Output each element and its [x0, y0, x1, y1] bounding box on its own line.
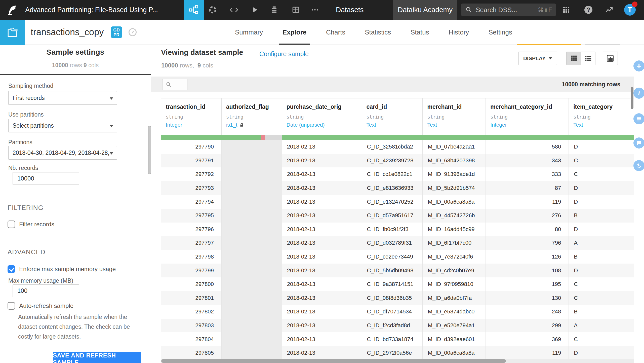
table-cell[interactable]: 119 — [486, 195, 569, 209]
table-cell[interactable]: C_ID_5b5db09498 — [362, 264, 423, 277]
max-memory-input[interactable]: 100 — [13, 284, 79, 297]
tab-settings[interactable]: Settings — [488, 20, 513, 45]
datasets-menu-item[interactable]: Datasets — [336, 0, 364, 20]
column-header-authorized_flag[interactable]: authorized_flagstringis1_t — [222, 98, 282, 135]
table-cell[interactable]: B — [569, 305, 634, 319]
table-cell[interactable]: 343 — [486, 154, 569, 168]
lab-microscope-icon[interactable] — [633, 160, 644, 171]
table-cell[interactable] — [222, 264, 282, 277]
list-view-button[interactable] — [581, 52, 595, 65]
table-cell[interactable]: C — [569, 167, 634, 181]
table-cell[interactable]: C_ID_08f8d36b35 — [362, 291, 423, 305]
table-cell[interactable]: 276 — [486, 209, 569, 223]
flow-icon-tile[interactable] — [184, 0, 204, 20]
table-cell[interactable]: 297805 — [161, 346, 222, 360]
table-cell[interactable]: C_ID_e813636933 — [362, 181, 423, 195]
tab-status[interactable]: Status — [410, 20, 430, 45]
run-play-icon[interactable] — [249, 0, 260, 20]
table-cell[interactable]: C_ID_9a38714151 — [362, 277, 423, 291]
code-icon[interactable] — [228, 0, 239, 20]
horizontal-scrollbar-handle[interactable] — [161, 359, 506, 363]
lab-icon[interactable] — [207, 0, 218, 20]
table-cell[interactable]: C_ID_bd733a1874 — [362, 332, 423, 346]
table-cell[interactable]: C_ID_4239239728 — [362, 154, 423, 168]
table-cell[interactable]: M_ID_5b2d91b574 — [423, 181, 486, 195]
auto-refresh-checkbox[interactable] — [8, 302, 15, 310]
table-cell[interactable]: C_ID_2972f0a56e — [362, 346, 423, 360]
use-partitions-select[interactable]: Select partitions — [8, 119, 117, 132]
column-header-transaction_id[interactable]: transaction_idstringInteger — [161, 98, 222, 135]
table-cell[interactable]: C_ID_df70714534 — [362, 305, 423, 319]
jobs-stack-icon[interactable] — [269, 0, 280, 20]
dataiku-academy-link[interactable]: Dataiku Academy — [393, 0, 457, 20]
tab-charts[interactable]: Charts — [325, 20, 346, 45]
table-cell[interactable]: 108 — [486, 264, 569, 277]
table-cell[interactable]: D — [569, 140, 634, 154]
table-cell[interactable]: 2018-02-13 — [282, 209, 362, 223]
table-cell[interactable]: 2018-02-13 — [282, 167, 362, 181]
tab-statistics[interactable]: Statistics — [364, 20, 392, 45]
table-cell[interactable] — [222, 167, 282, 181]
table-cell[interactable]: 87 — [486, 181, 569, 195]
gdpr-badge[interactable]: GD PR — [111, 26, 122, 38]
table-cell[interactable]: 2018-02-13 — [282, 140, 362, 154]
table-cell[interactable]: C — [569, 291, 634, 305]
dataset-folder-icon[interactable] — [0, 20, 25, 45]
table-cell[interactable]: C_ID_cc1e0822c1 — [362, 167, 423, 181]
table-cell[interactable]: 297801 — [161, 291, 222, 305]
table-cell[interactable] — [222, 291, 282, 305]
chart-view-button[interactable] — [603, 52, 618, 65]
table-cell[interactable]: 297797 — [161, 236, 222, 250]
apps-grid-icon[interactable] — [561, 0, 572, 20]
column-header-merchant_category_id[interactable]: merchant_category_idstringInteger — [486, 98, 569, 135]
table-cell[interactable]: M_ID_7e872c40f6 — [423, 250, 486, 264]
table-cell[interactable]: M_ID_07be4a2aa1 — [423, 140, 486, 154]
table-cell[interactable]: 2018-02-13 — [282, 181, 362, 195]
comments-bubble-icon[interactable] — [633, 137, 644, 149]
search-input[interactable]: Search DSS... ⌘⇧F — [461, 4, 556, 16]
table-cell[interactable]: 2018-02-13 — [282, 305, 362, 319]
table-cell[interactable]: 297790 — [161, 140, 222, 154]
table-cell[interactable]: 369 — [486, 332, 569, 346]
table-cell[interactable]: D — [569, 181, 634, 195]
table-cell[interactable]: 80 — [486, 223, 569, 236]
dashboard-icon[interactable] — [290, 0, 301, 20]
table-cell[interactable]: C_ID_d032789f31 — [362, 236, 423, 250]
table-cell[interactable]: M_ID_cd2c0b07e9 — [423, 264, 486, 277]
table-cell[interactable]: 297803 — [161, 319, 222, 333]
table-cell[interactable]: D — [569, 195, 634, 209]
column-header-card_id[interactable]: card_idstringText — [362, 98, 423, 135]
add-plus-icon[interactable]: + — [633, 60, 644, 71]
table-cell[interactable] — [222, 195, 282, 209]
table-search-input[interactable] — [162, 79, 187, 90]
table-cell[interactable]: 2018-02-13 — [282, 264, 362, 277]
table-cell[interactable] — [222, 181, 282, 195]
more-menu-icon[interactable] — [309, 0, 320, 20]
table-cell[interactable] — [222, 250, 282, 264]
table-cell[interactable]: C_ID_d57a951617 — [362, 209, 423, 223]
table-cell[interactable] — [222, 319, 282, 333]
table-cell[interactable] — [222, 209, 282, 223]
table-cell[interactable] — [222, 277, 282, 291]
enforce-memory-checkbox[interactable] — [8, 265, 15, 273]
table-cell[interactable]: M_ID_16add45c99 — [423, 223, 486, 236]
table-cell[interactable] — [222, 305, 282, 319]
table-cell[interactable]: 299 — [486, 319, 569, 333]
table-cell[interactable]: C_ID_32581cbda2 — [362, 140, 423, 154]
project-title[interactable]: Advanced Partitioning: File-Based Using … — [25, 0, 158, 20]
table-cell[interactable]: C_ID_ce2ee73449 — [362, 250, 423, 264]
trend-activity-icon[interactable] — [603, 0, 615, 20]
display-dropdown-button[interactable]: DISPLAY — [518, 52, 557, 65]
sidebar-scrollbar[interactable] — [148, 126, 151, 174]
table-cell[interactable]: M_ID_6f17bf7c00 — [423, 236, 486, 250]
grid-view-button[interactable] — [567, 52, 581, 65]
details-list-icon[interactable] — [633, 113, 644, 124]
table-cell[interactable]: 2018-02-13 — [282, 195, 362, 209]
save-and-refresh-button[interactable]: SAVE AND REFRESH SAMPLE — [53, 352, 141, 363]
nb-records-input[interactable]: 10000 — [13, 172, 79, 185]
dataiku-logo-icon[interactable] — [5, 4, 18, 17]
table-cell[interactable]: 119 — [486, 346, 569, 360]
table-cell[interactable] — [222, 236, 282, 250]
table-cell[interactable]: C_ID_f2cd3fad8d — [362, 319, 423, 333]
column-header-item_category[interactable]: item_categorystringText — [569, 98, 634, 135]
